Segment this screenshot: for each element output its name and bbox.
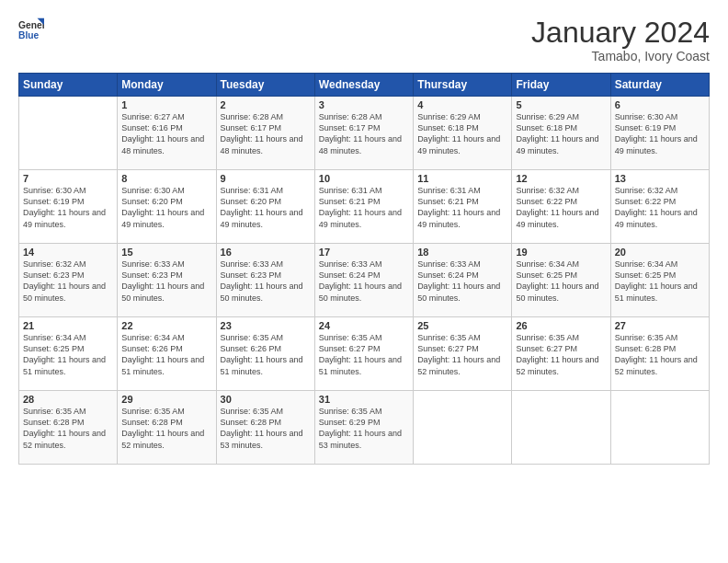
cell-w0-d4: 4Sunrise: 6:29 AMSunset: 6:18 PMDaylight… bbox=[414, 97, 512, 170]
days-header-row: Sunday Monday Tuesday Wednesday Thursday… bbox=[19, 74, 710, 97]
day-info: Sunrise: 6:28 AMSunset: 6:17 PMDaylight:… bbox=[319, 111, 409, 156]
day-number: 6 bbox=[615, 99, 705, 110]
day-number: 31 bbox=[319, 394, 409, 405]
day-info: Sunrise: 6:32 AMSunset: 6:22 PMDaylight:… bbox=[615, 185, 705, 230]
cell-w3-d2: 23Sunrise: 6:35 AMSunset: 6:26 PMDayligh… bbox=[216, 317, 314, 391]
header-monday: Monday bbox=[118, 74, 216, 97]
day-info: Sunrise: 6:30 AMSunset: 6:19 PMDaylight:… bbox=[615, 111, 705, 156]
week-row-2: 7Sunrise: 6:30 AMSunset: 6:19 PMDaylight… bbox=[19, 170, 710, 244]
day-number: 11 bbox=[417, 173, 507, 184]
day-number: 7 bbox=[23, 173, 113, 184]
cell-w4-d6 bbox=[610, 391, 709, 465]
cell-w1-d1: 8Sunrise: 6:30 AMSunset: 6:20 PMDaylight… bbox=[118, 170, 216, 244]
day-number: 9 bbox=[221, 173, 311, 184]
day-number: 1 bbox=[121, 99, 211, 110]
day-info: Sunrise: 6:35 AMSunset: 6:28 PMDaylight:… bbox=[23, 406, 113, 451]
day-number: 10 bbox=[319, 173, 409, 184]
week-row-4: 21Sunrise: 6:34 AMSunset: 6:25 PMDayligh… bbox=[19, 317, 710, 391]
day-info: Sunrise: 6:29 AMSunset: 6:18 PMDaylight:… bbox=[516, 111, 606, 156]
day-info: Sunrise: 6:27 AMSunset: 6:16 PMDaylight:… bbox=[121, 111, 211, 156]
cell-w4-d4 bbox=[414, 391, 512, 465]
cell-w2-d2: 16Sunrise: 6:33 AMSunset: 6:23 PMDayligh… bbox=[216, 244, 314, 317]
day-info: Sunrise: 6:35 AMSunset: 6:28 PMDaylight:… bbox=[121, 406, 211, 451]
week-row-1: 1Sunrise: 6:27 AMSunset: 6:16 PMDaylight… bbox=[19, 97, 710, 170]
cell-w3-d1: 22Sunrise: 6:34 AMSunset: 6:26 PMDayligh… bbox=[118, 317, 216, 391]
location: Tamabo, Ivory Coast bbox=[531, 49, 710, 63]
day-number: 27 bbox=[615, 320, 705, 331]
week-row-5: 28Sunrise: 6:35 AMSunset: 6:28 PMDayligh… bbox=[19, 391, 710, 465]
day-number: 24 bbox=[319, 320, 409, 331]
day-info: Sunrise: 6:35 AMSunset: 6:26 PMDaylight:… bbox=[221, 332, 311, 377]
cell-w3-d3: 24Sunrise: 6:35 AMSunset: 6:27 PMDayligh… bbox=[314, 317, 413, 391]
cell-w0-d0 bbox=[19, 97, 118, 170]
cell-w1-d2: 9Sunrise: 6:31 AMSunset: 6:20 PMDaylight… bbox=[216, 170, 314, 244]
day-info: Sunrise: 6:34 AMSunset: 6:25 PMDaylight:… bbox=[516, 259, 606, 304]
cell-w0-d2: 2Sunrise: 6:28 AMSunset: 6:17 PMDaylight… bbox=[216, 97, 314, 170]
cell-w1-d4: 11Sunrise: 6:31 AMSunset: 6:21 PMDayligh… bbox=[414, 170, 512, 244]
page: General Blue January 2024 Tamabo, Ivory … bbox=[0, 0, 728, 563]
cell-w1-d6: 13Sunrise: 6:32 AMSunset: 6:22 PMDayligh… bbox=[610, 170, 709, 244]
cell-w2-d4: 18Sunrise: 6:33 AMSunset: 6:24 PMDayligh… bbox=[414, 244, 512, 317]
day-number: 12 bbox=[516, 173, 606, 184]
cell-w4-d3: 31Sunrise: 6:35 AMSunset: 6:29 PMDayligh… bbox=[314, 391, 413, 465]
cell-w2-d3: 17Sunrise: 6:33 AMSunset: 6:24 PMDayligh… bbox=[314, 244, 413, 317]
day-number: 19 bbox=[516, 247, 606, 258]
cell-w0-d1: 1Sunrise: 6:27 AMSunset: 6:16 PMDaylight… bbox=[118, 97, 216, 170]
day-number: 29 bbox=[121, 394, 211, 405]
day-info: Sunrise: 6:32 AMSunset: 6:23 PMDaylight:… bbox=[23, 259, 113, 304]
svg-text:Blue: Blue bbox=[18, 30, 40, 40]
week-row-3: 14Sunrise: 6:32 AMSunset: 6:23 PMDayligh… bbox=[19, 244, 710, 317]
day-info: Sunrise: 6:34 AMSunset: 6:25 PMDaylight:… bbox=[615, 259, 705, 304]
day-number: 18 bbox=[417, 247, 507, 258]
day-number: 3 bbox=[319, 99, 409, 110]
cell-w3-d6: 27Sunrise: 6:35 AMSunset: 6:28 PMDayligh… bbox=[610, 317, 709, 391]
header-tuesday: Tuesday bbox=[216, 74, 314, 97]
day-info: Sunrise: 6:33 AMSunset: 6:23 PMDaylight:… bbox=[121, 259, 211, 304]
title-block: January 2024 Tamabo, Ivory Coast bbox=[531, 17, 710, 63]
day-number: 15 bbox=[121, 247, 211, 258]
day-number: 23 bbox=[221, 320, 311, 331]
cell-w1-d0: 7Sunrise: 6:30 AMSunset: 6:19 PMDaylight… bbox=[19, 170, 118, 244]
day-info: Sunrise: 6:33 AMSunset: 6:24 PMDaylight:… bbox=[319, 259, 409, 304]
month-title: January 2024 bbox=[531, 17, 710, 49]
day-info: Sunrise: 6:35 AMSunset: 6:27 PMDaylight:… bbox=[319, 332, 409, 377]
day-number: 14 bbox=[23, 247, 113, 258]
day-number: 22 bbox=[121, 320, 211, 331]
cell-w2-d6: 20Sunrise: 6:34 AMSunset: 6:25 PMDayligh… bbox=[610, 244, 709, 317]
cell-w0-d3: 3Sunrise: 6:28 AMSunset: 6:17 PMDaylight… bbox=[314, 97, 413, 170]
day-info: Sunrise: 6:35 AMSunset: 6:27 PMDaylight:… bbox=[516, 332, 606, 377]
day-info: Sunrise: 6:30 AMSunset: 6:19 PMDaylight:… bbox=[23, 185, 113, 230]
day-number: 2 bbox=[221, 99, 311, 110]
day-info: Sunrise: 6:31 AMSunset: 6:20 PMDaylight:… bbox=[221, 185, 311, 230]
day-number: 17 bbox=[319, 247, 409, 258]
cell-w3-d5: 26Sunrise: 6:35 AMSunset: 6:27 PMDayligh… bbox=[512, 317, 610, 391]
cell-w2-d5: 19Sunrise: 6:34 AMSunset: 6:25 PMDayligh… bbox=[512, 244, 610, 317]
day-info: Sunrise: 6:33 AMSunset: 6:24 PMDaylight:… bbox=[417, 259, 507, 304]
day-info: Sunrise: 6:30 AMSunset: 6:20 PMDaylight:… bbox=[121, 185, 211, 230]
day-info: Sunrise: 6:34 AMSunset: 6:25 PMDaylight:… bbox=[23, 332, 113, 377]
day-info: Sunrise: 6:32 AMSunset: 6:22 PMDaylight:… bbox=[516, 185, 606, 230]
day-info: Sunrise: 6:31 AMSunset: 6:21 PMDaylight:… bbox=[319, 185, 409, 230]
day-number: 30 bbox=[221, 394, 311, 405]
day-number: 26 bbox=[516, 320, 606, 331]
day-info: Sunrise: 6:29 AMSunset: 6:18 PMDaylight:… bbox=[417, 111, 507, 156]
logo: General Blue bbox=[18, 17, 44, 42]
day-info: Sunrise: 6:35 AMSunset: 6:27 PMDaylight:… bbox=[417, 332, 507, 377]
day-number: 20 bbox=[615, 247, 705, 258]
cell-w0-d6: 6Sunrise: 6:30 AMSunset: 6:19 PMDaylight… bbox=[610, 97, 709, 170]
cell-w3-d0: 21Sunrise: 6:34 AMSunset: 6:25 PMDayligh… bbox=[19, 317, 118, 391]
day-number: 5 bbox=[516, 99, 606, 110]
svg-text:General: General bbox=[18, 20, 44, 30]
logo-icon: General Blue bbox=[18, 17, 44, 42]
day-info: Sunrise: 6:34 AMSunset: 6:26 PMDaylight:… bbox=[121, 332, 211, 377]
cell-w4-d5 bbox=[512, 391, 610, 465]
cell-w0-d5: 5Sunrise: 6:29 AMSunset: 6:18 PMDaylight… bbox=[512, 97, 610, 170]
day-info: Sunrise: 6:33 AMSunset: 6:23 PMDaylight:… bbox=[221, 259, 311, 304]
day-info: Sunrise: 6:28 AMSunset: 6:17 PMDaylight:… bbox=[221, 111, 311, 156]
day-number: 25 bbox=[417, 320, 507, 331]
day-number: 16 bbox=[221, 247, 311, 258]
cell-w2-d1: 15Sunrise: 6:33 AMSunset: 6:23 PMDayligh… bbox=[118, 244, 216, 317]
calendar-table: Sunday Monday Tuesday Wednesday Thursday… bbox=[18, 73, 710, 465]
header: General Blue January 2024 Tamabo, Ivory … bbox=[18, 17, 710, 63]
header-sunday: Sunday bbox=[19, 74, 118, 97]
